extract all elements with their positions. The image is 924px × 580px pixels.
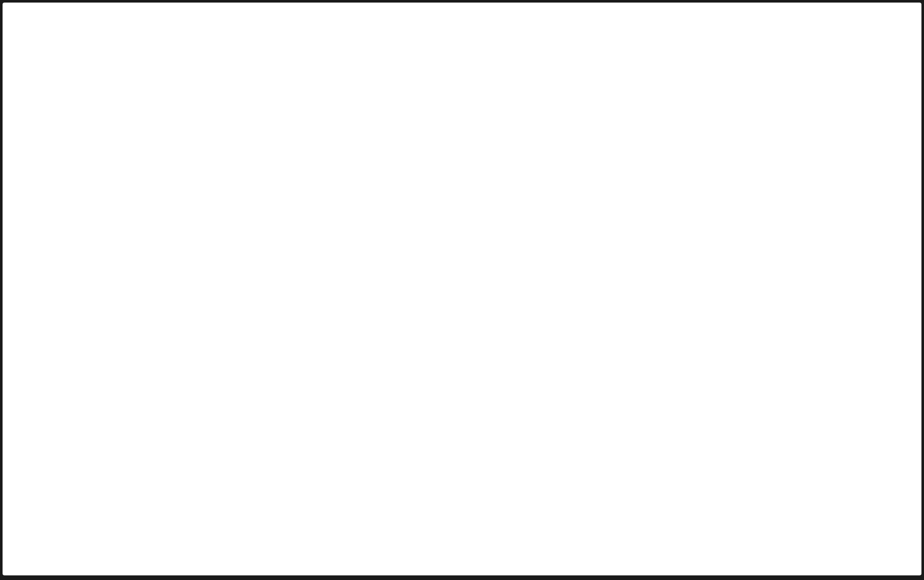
chart-panel — [3, 3, 921, 575]
kde-chart — [3, 3, 921, 575]
